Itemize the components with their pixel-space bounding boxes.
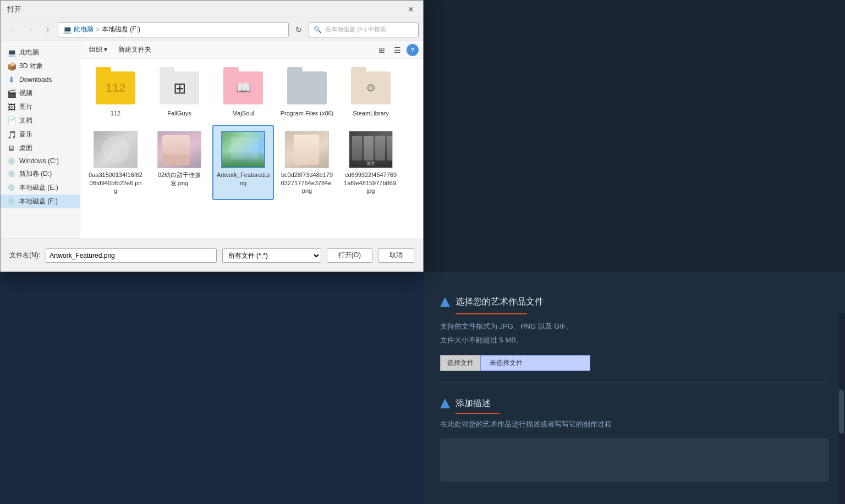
sidebar-item-local-e[interactable]: 💿 本地磁盘 (E:) [1, 181, 80, 195]
section2-hint: 在此处对您的艺术作品进行描述或者写写它的创作过程 [440, 419, 828, 429]
file-item-0aa[interactable]: 0aa31500134f16f620fbd940bfb22e6.png [85, 125, 146, 200]
section1-desc2: 文件大小不能超过 5 MB。 [440, 335, 828, 346]
section1-title-row: 选择您的艺术作品文件 [440, 296, 828, 308]
dialog-title: 打开 [7, 4, 21, 14]
search-bar[interactable]: 🔍 在本地磁盘 (F:) 中搜索 [309, 22, 419, 37]
download-icon: ⬇ [7, 75, 16, 84]
file-item-fallguys[interactable]: ⊞ FallGuys [149, 63, 210, 123]
search-icon: 🔍 [314, 26, 322, 34]
sidebar-item-this-pc[interactable]: 💻 此电脑 [1, 46, 80, 59]
dialog-body: 💻 此电脑 📦 3D 对象 ⬇ Downloads 🎬 视频 🖼 图片 📄 [1, 41, 423, 239]
file-item-112[interactable]: 112 112 [85, 63, 146, 123]
breadcrumb-separator: > [96, 26, 100, 34]
section1-desc1: 支持的文件格式为 JPG、PNG 以及 GIF。 [440, 321, 828, 333]
sidebar-item-downloads[interactable]: ⬇ Downloads [1, 73, 80, 86]
sidebar-item-videos[interactable]: 🎬 视频 [1, 86, 80, 100]
page-sections: 选择您的艺术作品文件 支持的文件格式为 JPG、PNG 以及 GIF。 文件大小… [424, 272, 845, 504]
file-item-02[interactable]: 02幼白甜千佳披发.png [149, 125, 210, 200]
file-item-bc0[interactable]: bc0d28f73d48b179032717764e3784e.png [276, 125, 338, 200]
cancel-button[interactable]: 取消 [378, 248, 414, 263]
search-placeholder: 在本地磁盘 (F:) 中搜索 [325, 25, 386, 34]
file-name-programfiles: Program Files (x86) [281, 109, 334, 117]
pictures-icon: 🖼 [7, 103, 16, 112]
choose-file-section: 选择您的艺术作品文件 支持的文件格式为 JPG、PNG 以及 GIF。 文件大小… [440, 283, 828, 383]
section1-title: 选择您的艺术作品文件 [456, 296, 544, 308]
sidebar-label-3d: 3D 对象 [19, 62, 43, 71]
sidebar-item-windows-c[interactable]: 💿 Windows (C:) [1, 155, 80, 167]
page-scrollbar[interactable] [838, 313, 845, 504]
file-chooser-row: 选择文件 未选择文件 [440, 355, 828, 371]
sidebar-item-local-f[interactable]: 💿 本地磁盘 (F:) [1, 195, 80, 208]
file-name-cd6: cd699322f45477691af9e4815977b869.jpg [343, 171, 398, 195]
sidebar-label-pictures: 图片 [19, 102, 32, 112]
forward-button[interactable]: → [23, 22, 38, 37]
choose-file-button[interactable]: 选择文件 [440, 355, 480, 371]
file-name-0aa: 0aa31500134f16f620fbd940bfb22e6.png [88, 171, 143, 195]
organize-button[interactable]: 组织 ▾ [85, 43, 112, 56]
folder-icon-fallguys: ⊞ [157, 69, 201, 107]
scrollbar-thumb[interactable] [839, 390, 844, 434]
organize-label: 组织 ▾ [89, 45, 107, 54]
disk-c-icon: 💿 [7, 158, 16, 165]
disk-e-icon: 💿 [7, 184, 16, 191]
filename-input[interactable] [46, 248, 217, 263]
dialog-toolbar: ← → ↑ 💻 此电脑 > 本地磁盘 (F:) ↻ 🔍 在本地磁盘 (F:) 中… [1, 18, 423, 41]
thumbnail-cd6: 颁奖 [349, 130, 393, 169]
sidebar-label-music: 音乐 [19, 130, 32, 139]
file-item-majsoul[interactable]: 📖 MajSoul [212, 63, 274, 123]
thumbnail-0aa [94, 130, 138, 169]
file-name-majsoul: MajSoul [232, 109, 254, 117]
sidebar-label-desktop: 桌面 [19, 143, 32, 153]
file-name-02: 02幼白甜千佳披发.png [152, 171, 207, 187]
file-item-programfiles[interactable]: Program Files (x86) [276, 63, 338, 123]
sidebar-label-local-f: 本地磁盘 (F:) [19, 197, 58, 206]
back-button[interactable]: ← [5, 22, 20, 37]
dialog-close-button[interactable]: ✕ [405, 4, 416, 15]
thumbnail-bc0 [285, 130, 329, 169]
open-button[interactable]: 打开(O) [327, 248, 372, 263]
view-large-icons-button[interactable]: ⊞ [375, 43, 389, 57]
description-textarea-area[interactable] [440, 438, 828, 482]
sidebar-item-documents[interactable]: 📄 文档 [1, 114, 80, 128]
thumbnail-artwork [221, 130, 265, 169]
view-list-button[interactable]: ☰ [390, 43, 404, 57]
sidebar-label-volume-d: 新加卷 (D:) [19, 169, 52, 179]
page-main-content: 选择您的艺术作品文件 支持的文件格式为 JPG、PNG 以及 GIF。 文件大小… [0, 272, 845, 504]
file-name-artwork: Artwork_Featured.png [216, 171, 271, 187]
file-item-steamlibrary[interactable]: ⚙ SteamLibrary [340, 63, 402, 123]
file-item-artwork[interactable]: Artwork_Featured.png [212, 125, 274, 200]
documents-icon: 📄 [7, 117, 16, 125]
sidebar-item-desktop[interactable]: 🖥 桌面 [1, 141, 80, 155]
new-folder-button[interactable]: 新建文件夹 [114, 43, 156, 56]
folder-icon-112: 112 [94, 69, 138, 107]
sidebar-label-local-e: 本地磁盘 (E:) [19, 183, 58, 192]
view-buttons: ⊞ ☰ [375, 43, 404, 57]
left-background [0, 272, 424, 504]
folder-icon-majsoul: 📖 [221, 69, 265, 107]
filetype-select[interactable]: 所有文件 (*.*) [222, 248, 321, 263]
files-toolbar: 组织 ▾ 新建文件夹 ⊞ ☰ ? [80, 41, 423, 59]
sidebar-label-windows-c: Windows (C:) [19, 157, 59, 165]
breadcrumb-current: 本地磁盘 (F:) [102, 25, 140, 34]
dialog-sidebar: 💻 此电脑 📦 3D 对象 ⬇ Downloads 🎬 视频 🖼 图片 📄 [1, 41, 80, 239]
up-button[interactable]: ↑ [40, 22, 56, 37]
sidebar-item-3d-objects[interactable]: 📦 3D 对象 [1, 59, 80, 73]
folder-icon-programfiles [285, 69, 329, 107]
filename-label: 文件名(N): [9, 251, 40, 260]
sidebar-item-volume-d[interactable]: 💿 新加卷 (D:) [1, 167, 80, 181]
sidebar-item-pictures[interactable]: 🖼 图片 [1, 100, 80, 114]
file-open-dialog: 打开 ✕ ← → ↑ 💻 此电脑 > 本地磁盘 (F:) ↻ 🔍 在本地磁盘 (… [0, 0, 424, 272]
file-grid: 112 112 ⊞ [80, 59, 423, 204]
breadcrumb-this-pc: 💻 此电脑 [63, 25, 94, 34]
add-description-section: 添加描述 在此处对您的艺术作品进行描述或者写写它的创作过程 [440, 383, 828, 482]
refresh-button[interactable]: ↻ [291, 22, 306, 37]
help-button[interactable]: ? [407, 44, 419, 56]
file-item-cd6[interactable]: 颁奖 cd699322f45477691af9e4815977b869.jpg [340, 125, 402, 200]
breadcrumb-bar: 💻 此电脑 > 本地磁盘 (F:) [58, 22, 289, 37]
sidebar-item-music[interactable]: 🎵 音乐 [1, 128, 80, 141]
section2-title-row: 添加描述 [440, 398, 828, 409]
sidebar-label-documents: 文档 [19, 116, 32, 125]
file-grid-area: 112 112 ⊞ [80, 59, 423, 239]
section1-triangle-icon [440, 297, 450, 307]
3d-icon: 📦 [7, 62, 16, 71]
